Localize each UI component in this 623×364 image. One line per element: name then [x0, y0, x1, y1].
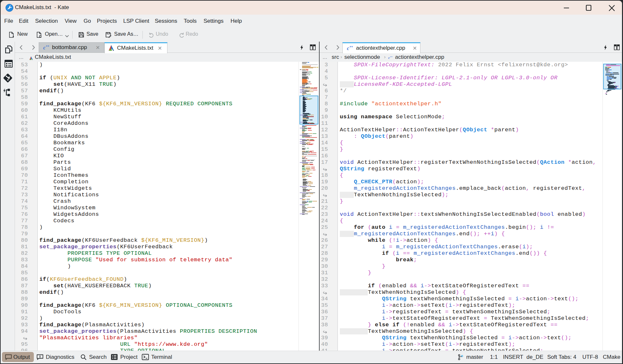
svg-text:c: c: [388, 56, 390, 59]
svg-text:++: ++: [46, 45, 49, 48]
svg-text:c: c: [347, 46, 349, 51]
svg-text:c: c: [43, 45, 46, 50]
svg-text:++: ++: [350, 45, 353, 48]
svg-text:++: ++: [390, 55, 393, 58]
